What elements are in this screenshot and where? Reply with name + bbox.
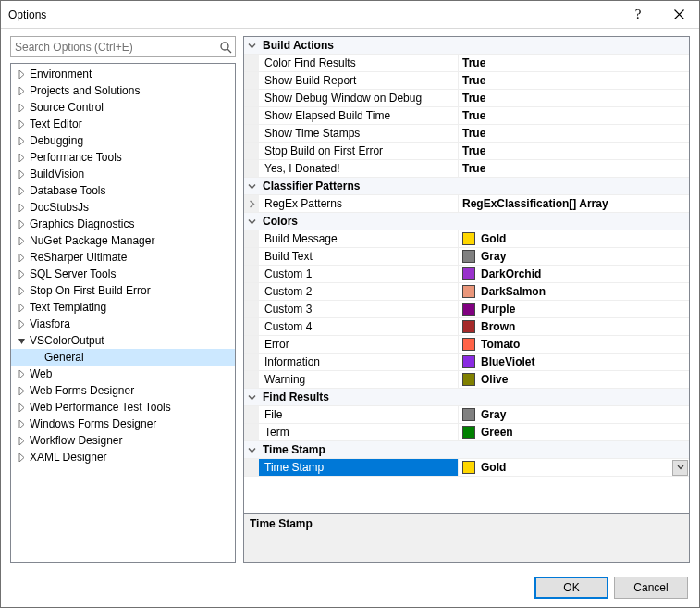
property-row[interactable]: Show Debug Window on DebugTrue [244, 90, 689, 107]
tree-item[interactable]: Projects and Solutions [11, 82, 235, 99]
chevron-right-icon[interactable] [15, 417, 28, 430]
chevron-right-icon[interactable] [15, 251, 28, 264]
chevron-right-icon[interactable] [15, 451, 28, 464]
tree-item[interactable]: SQL Server Tools [11, 266, 235, 282]
help-button[interactable]: ? [618, 1, 658, 28]
property-value[interactable]: Gray [459, 248, 689, 265]
property-value[interactable]: BlueViolet [459, 354, 689, 370]
chevron-down-icon[interactable] [244, 37, 259, 54]
property-row[interactable]: Custom 1DarkOrchid [244, 266, 689, 283]
tree-item[interactable]: Environment [11, 66, 235, 82]
chevron-right-icon[interactable] [15, 301, 28, 314]
tree-item[interactable]: Stop On First Build Error [11, 282, 235, 299]
tree-item[interactable]: Debugging [11, 132, 235, 149]
property-value[interactable]: DarkOrchid [459, 266, 689, 282]
chevron-right-icon[interactable] [15, 401, 28, 414]
chevron-right-icon[interactable] [15, 134, 28, 147]
tree-item[interactable]: Windows Forms Designer [11, 416, 235, 432]
chevron-right-icon[interactable] [15, 184, 28, 197]
search-input[interactable] [10, 36, 236, 57]
property-value[interactable]: True [459, 90, 689, 106]
tree-item[interactable]: Source Control [11, 99, 235, 116]
property-value[interactable]: True [459, 125, 689, 142]
property-row[interactable]: Yes, I Donated!True [244, 160, 689, 178]
property-row[interactable]: Color Find ResultsTrue [244, 55, 689, 72]
chevron-down-icon[interactable] [15, 334, 28, 347]
property-row[interactable]: Custom 2DarkSalmon [244, 283, 689, 301]
chevron-right-icon[interactable] [15, 284, 28, 297]
tree-item[interactable]: Database Tools [11, 182, 235, 199]
tree-item[interactable]: DocStubsJs [11, 199, 235, 216]
tree-item[interactable]: Text Editor [11, 116, 235, 132]
property-row[interactable]: Show Elapsed Build TimeTrue [244, 107, 689, 125]
property-value[interactable]: Green [459, 424, 689, 440]
chevron-right-icon[interactable] [15, 267, 28, 280]
property-row[interactable]: FileGray [244, 406, 689, 424]
property-row[interactable]: Custom 4Brown [244, 318, 689, 336]
property-value[interactable]: Tomato [459, 336, 689, 353]
chevron-right-icon[interactable] [15, 84, 28, 97]
property-value[interactable]: True [459, 160, 689, 177]
chevron-right-icon[interactable] [15, 168, 28, 180]
property-row[interactable]: WarningOlive [244, 371, 689, 389]
chevron-right-icon[interactable] [15, 234, 28, 247]
property-row[interactable]: ErrorTomato [244, 336, 689, 354]
tree-item[interactable]: Text Templating [11, 299, 235, 316]
tree-item[interactable]: ReSharper Ultimate [11, 249, 235, 266]
chevron-right-icon[interactable] [15, 434, 28, 447]
property-row[interactable]: Build MessageGold [244, 230, 689, 248]
tree-item[interactable]: Web Performance Test Tools [11, 399, 235, 416]
property-value[interactable]: DarkSalmon [459, 283, 689, 300]
property-value[interactable]: Olive [459, 371, 689, 388]
chevron-right-icon[interactable] [15, 384, 28, 397]
tree-item[interactable]: Viasfora [11, 316, 235, 332]
tree-item[interactable]: Performance Tools [11, 149, 235, 166]
ok-button[interactable]: OK [534, 577, 608, 599]
property-category[interactable]: Build Actions [244, 37, 689, 55]
tree-item[interactable]: VSColorOutput [11, 332, 235, 349]
chevron-right-icon[interactable] [15, 68, 28, 81]
close-button[interactable] [658, 1, 699, 28]
chevron-down-icon[interactable] [244, 178, 259, 194]
property-row[interactable]: Build TextGray [244, 248, 689, 266]
property-value[interactable]: Gold [459, 459, 689, 476]
property-row[interactable]: Time StampGold [244, 459, 689, 477]
chevron-right-icon[interactable] [15, 317, 28, 330]
property-value[interactable]: True [459, 55, 689, 71]
tree-item[interactable]: BuildVision [11, 166, 235, 182]
chevron-right-icon[interactable] [15, 367, 28, 380]
property-category[interactable]: Classifier Patterns [244, 178, 689, 195]
property-category[interactable]: Colors [244, 213, 689, 230]
property-category[interactable]: Time Stamp [244, 441, 689, 459]
property-row[interactable]: Stop Build on First ErrorTrue [244, 143, 689, 160]
tree-item[interactable]: General [11, 349, 235, 366]
property-value[interactable]: RegExClassification[] Array [459, 195, 689, 212]
category-tree[interactable]: EnvironmentProjects and SolutionsSource … [10, 63, 236, 563]
tree-item[interactable]: Web [11, 366, 235, 382]
property-value[interactable]: Purple [459, 301, 689, 317]
tree-item[interactable]: NuGet Package Manager [11, 232, 235, 249]
property-value[interactable]: True [459, 72, 689, 89]
dropdown-button[interactable] [672, 460, 688, 476]
tree-item[interactable]: Web Forms Designer [11, 382, 235, 399]
tree-item[interactable]: Workflow Designer [11, 432, 235, 449]
chevron-right-icon[interactable] [15, 201, 28, 214]
chevron-right-icon[interactable] [15, 217, 28, 230]
tree-item[interactable]: XAML Designer [11, 449, 235, 465]
property-category[interactable]: Find Results [244, 389, 689, 406]
property-row[interactable]: Show Build ReportTrue [244, 72, 689, 90]
tree-item[interactable]: Graphics Diagnostics [11, 216, 235, 232]
chevron-right-icon[interactable] [15, 151, 28, 164]
property-grid[interactable]: Build ActionsColor Find ResultsTrueShow … [243, 36, 690, 514]
property-value[interactable]: True [459, 107, 689, 124]
property-row[interactable]: Show Time StampsTrue [244, 125, 689, 143]
cancel-button[interactable]: Cancel [614, 577, 688, 599]
property-row[interactable]: InformationBlueViolet [244, 354, 689, 371]
property-value[interactable]: Brown [459, 318, 689, 335]
property-row[interactable]: RegEx PatternsRegExClassification[] Arra… [244, 195, 689, 213]
chevron-down-icon[interactable] [244, 213, 259, 230]
chevron-right-icon[interactable] [244, 195, 259, 212]
search-icon[interactable] [217, 39, 233, 55]
property-value[interactable]: Gray [459, 406, 689, 423]
property-value[interactable]: True [459, 143, 689, 159]
